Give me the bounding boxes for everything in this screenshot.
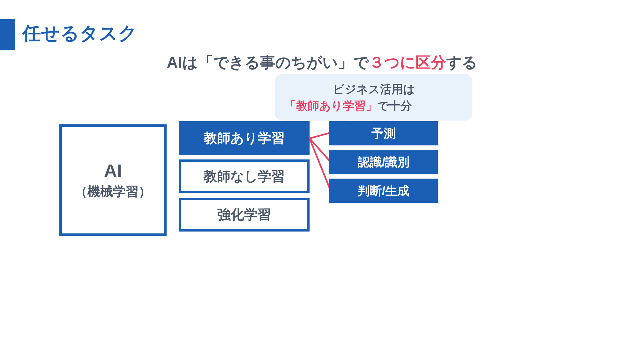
type-reinforcement: 強化学習 (179, 198, 310, 232)
connector-lines-icon (308, 121, 331, 204)
task-recognize: 認識/識別 (329, 150, 438, 174)
task-predict: 予測 (329, 121, 438, 145)
svg-line-1 (310, 138, 331, 162)
subhead-accent: ３つに区分 (369, 54, 446, 71)
ai-main-label: AI (104, 160, 122, 181)
type-supervised: 教師あり学習 (179, 121, 310, 155)
bubble-line1: ビジネス活用は (285, 81, 463, 98)
svg-line-0 (310, 133, 331, 138)
task-judge: 判断/生成 (329, 179, 438, 203)
ai-sub-label: （機械学習） (75, 183, 151, 200)
svg-line-2 (310, 138, 331, 191)
sub-heading: AIは「できる事のちがい」で３つに区分する (0, 52, 644, 73)
bubble-line2: 「教師あり学習」で十分 (285, 98, 463, 114)
learning-types-column: 教師あり学習 教師なし学習 強化学習 (179, 121, 310, 232)
bubble-line2-accent: 「教師あり学習」 (285, 99, 377, 112)
ai-box: AI （機械学習） (59, 124, 167, 236)
page-title: 任せるタスク (22, 21, 137, 46)
subhead-before: AIは「できる事のちがい」で (167, 54, 369, 71)
type-unsupervised: 教師なし学習 (179, 159, 310, 193)
tasks-column: 予測 認識/識別 判断/生成 (329, 121, 438, 203)
callout-bubble: ビジネス活用は 「教師あり学習」で十分 (275, 74, 472, 121)
title-accent-bar (0, 19, 15, 50)
bubble-line2-after: で十分 (377, 99, 412, 112)
subhead-after: する (446, 54, 477, 71)
